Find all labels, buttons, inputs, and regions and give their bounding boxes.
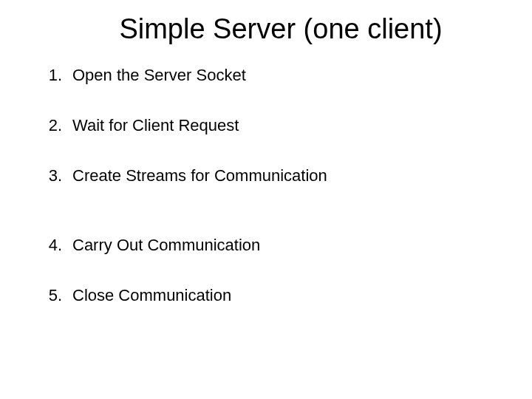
list-item: 4. Carry Out Communication: [30, 236, 502, 255]
list-item: 3. Create Streams for Communication: [30, 166, 502, 185]
slide: Simple Server (one client) 1. Open the S…: [0, 0, 532, 399]
item-text: Close Communication: [72, 286, 502, 305]
item-text: Wait for Client Request: [72, 116, 502, 135]
item-number: 1.: [30, 66, 72, 85]
item-number: 2.: [30, 116, 72, 135]
step-list: 1. Open the Server Socket 2. Wait for Cl…: [30, 66, 502, 305]
list-item: 5. Close Communication: [30, 286, 502, 305]
item-number: 5.: [30, 286, 72, 305]
item-number: 4.: [30, 236, 72, 255]
list-item: 2. Wait for Client Request: [30, 116, 502, 135]
item-text: Create Streams for Communication: [72, 166, 502, 185]
item-text: Carry Out Communication: [72, 236, 502, 255]
item-number: 3.: [30, 166, 72, 185]
item-text: Open the Server Socket: [72, 66, 502, 85]
list-item: 1. Open the Server Socket: [30, 66, 502, 85]
slide-title: Simple Server (one client): [30, 13, 502, 45]
